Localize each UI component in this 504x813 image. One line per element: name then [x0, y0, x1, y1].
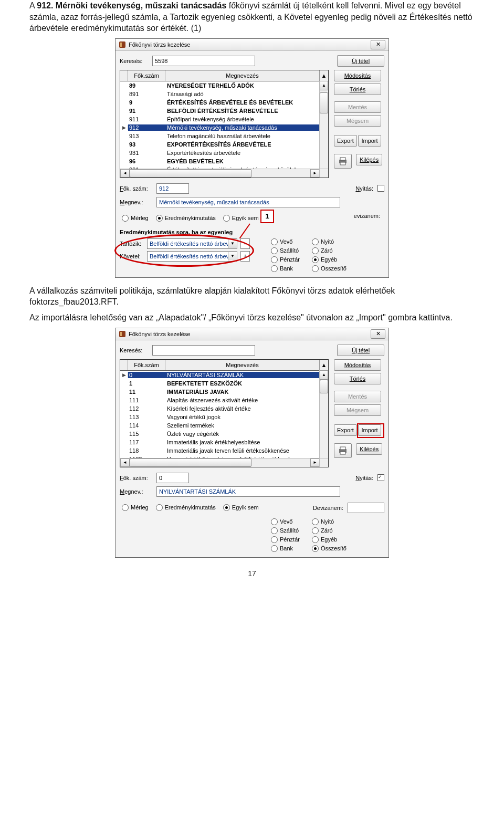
- scroll-up-button[interactable]: ▲: [320, 81, 328, 90]
- radio-nyito[interactable]: Nyitó: [312, 238, 353, 245]
- scroll-up-icon[interactable]: ▲: [320, 360, 328, 370]
- horizontal-scrollbar[interactable]: ◄ ►: [120, 169, 320, 178]
- radio-nyito[interactable]: Nyitó: [312, 518, 353, 525]
- table-row[interactable]: 117Immateriális javak értékhelyesbítése: [120, 438, 328, 446]
- table-row[interactable]: 11IMMATERIÁLIS JAVAK: [120, 388, 328, 396]
- radio-bank[interactable]: Bank: [271, 265, 312, 272]
- vertical-scrollbar[interactable]: ▲: [319, 81, 328, 169]
- kereses-label: Keresés:: [120, 58, 148, 64]
- table-row[interactable]: 93EXPORTÉRTÉKESÍTÉS ÁRBEVÉTELE: [120, 140, 328, 149]
- radio-zaro[interactable]: Záró: [312, 527, 353, 534]
- scroll-up-button[interactable]: ▲: [320, 370, 328, 380]
- nyitas-checkbox[interactable]: [377, 474, 384, 481]
- scroll-right-button[interactable]: ►: [310, 169, 320, 178]
- torles-button[interactable]: Törlés: [334, 373, 381, 384]
- scroll-thumb[interactable]: [320, 92, 328, 113]
- hscroll-thumb[interactable]: [130, 458, 251, 467]
- table-row[interactable]: 111Alapítás-átszervezés aktivált értéke: [120, 396, 328, 404]
- scroll-left-button[interactable]: ◄: [120, 458, 130, 467]
- radio-zaro[interactable]: Záró: [312, 247, 353, 254]
- table-row[interactable]: ▶912Mérnöki tevékenység, műszaki tanácsa…: [120, 123, 328, 132]
- nyitas-label: Nyitás:: [355, 475, 373, 481]
- radio-penztar[interactable]: Pénztár: [271, 256, 312, 263]
- modositas-button[interactable]: Módosítás: [334, 70, 381, 81]
- table-row[interactable]: 931Exportértékesítés árbevétele: [120, 149, 328, 157]
- nyitas-checkbox[interactable]: [377, 185, 384, 192]
- megnev-input[interactable]: NYILVÁNTARTÁSI SZÁMLÁK: [156, 486, 340, 497]
- svg-rect-1: [120, 43, 122, 47]
- scroll-thumb[interactable]: [320, 380, 328, 393]
- megnev-input[interactable]: Mérnöki tevékenység, műszaki tanácsadás: [156, 197, 340, 207]
- close-button[interactable]: ✕: [371, 329, 385, 339]
- fokonyvi-table[interactable]: Fők.szám Megnevezés ▲ 89NYERESÉGET TERHE…: [120, 70, 329, 178]
- uj-tetel-button[interactable]: Új tétel: [337, 55, 384, 67]
- export-button[interactable]: Export: [334, 135, 357, 147]
- print-button[interactable]: [334, 154, 352, 169]
- megnev-label: Megnev.:: [120, 199, 152, 205]
- table-row[interactable]: 891Társasági adó: [120, 90, 328, 98]
- radio-eredmenykimutatas[interactable]: Eredménykimutatás: [156, 215, 216, 222]
- radio-egyeb[interactable]: Egyéb: [312, 536, 353, 543]
- horizontal-scrollbar[interactable]: ◄ ►: [120, 458, 320, 467]
- fokszam-input[interactable]: 912: [156, 183, 189, 194]
- kilepes-button[interactable]: Kilépés: [356, 154, 382, 165]
- paragraph-2: A vállalkozás számviteli politikája, szá…: [29, 285, 475, 308]
- table-row[interactable]: 1BEFEKTETETT ESZKÖZÖK: [120, 379, 328, 388]
- tartozik-select[interactable]: Belföldi értékesítés nettó árbevétele ▼: [147, 238, 237, 249]
- hscroll-thumb[interactable]: [130, 169, 251, 178]
- radio-egyik-sem[interactable]: Egyik sem: [223, 215, 259, 222]
- vertical-scrollbar[interactable]: ▲: [319, 370, 328, 458]
- modositas-button[interactable]: Módosítás: [334, 359, 381, 371]
- scroll-right-button[interactable]: ►: [310, 458, 320, 467]
- radio-egyik-sem[interactable]: Egyik sem: [223, 504, 259, 511]
- col-header-fokszam[interactable]: Fők.szám: [128, 70, 165, 81]
- radio-bank[interactable]: Bank: [271, 545, 312, 552]
- radio-egyeb[interactable]: Egyéb: [312, 256, 353, 263]
- radio-merleg[interactable]: Mérleg: [122, 504, 149, 511]
- uj-tetel-button[interactable]: Új tétel: [337, 345, 384, 356]
- devizanem-input[interactable]: [348, 503, 384, 513]
- export-button[interactable]: Export: [334, 424, 357, 436]
- kereses-input[interactable]: 5598: [152, 56, 255, 66]
- paragraph-3: Az importálásra lehetőség van az „Alapad…: [29, 312, 475, 324]
- table-row[interactable]: ▶0NYILVÁNTARTÁSI SZÁMLÁK: [120, 371, 328, 379]
- radio-vevo[interactable]: Vevő: [271, 518, 312, 525]
- radio-vevo[interactable]: Vevő: [271, 238, 312, 245]
- dialog-titlebar[interactable]: Főkönyvi törzs kezelése ✕: [116, 328, 388, 340]
- radio-osszesito[interactable]: Összesítő: [312, 545, 353, 552]
- radio-szallito[interactable]: Szállító: [271, 527, 312, 534]
- radio-merleg[interactable]: Mérleg: [122, 215, 149, 222]
- print-button[interactable]: [334, 443, 352, 458]
- table-row[interactable]: 115Üzleti vagy cégérték: [120, 430, 328, 438]
- kilepes-button[interactable]: Kilépés: [356, 443, 382, 455]
- close-button[interactable]: ✕: [371, 40, 385, 49]
- col-header-megnevezes[interactable]: Megnevezés: [165, 360, 320, 370]
- import-button[interactable]: Import: [358, 135, 381, 147]
- table-row[interactable]: 91BELFÖLDI ÉRTÉKESÍTÉS ÁRBEVÉTELE: [120, 107, 328, 115]
- table-row[interactable]: 118Immateriális javak terven felüli érté…: [120, 446, 328, 455]
- radio-penztar[interactable]: Pénztár: [271, 536, 312, 543]
- fokonyvi-table[interactable]: Fők.szám Megnevezés ▲ ▶0NYILVÁNTARTÁSI S…: [120, 359, 329, 467]
- torles-button[interactable]: Törlés: [334, 84, 381, 95]
- devizanem-label: evizanem:: [354, 213, 380, 219]
- dialog-titlebar[interactable]: Főkönyvi törzs kezelése ✕: [116, 39, 388, 51]
- radio-osszesito[interactable]: Összesítő: [312, 265, 353, 272]
- table-row[interactable]: 89NYERESÉGET TERHELŐ ADÓK: [120, 81, 328, 90]
- kovetel-select[interactable]: Belföldi értékesítés nettó árbevétele ▼: [147, 251, 237, 262]
- table-row[interactable]: 112Kísérleti fejlesztés aktivált értéke: [120, 404, 328, 413]
- kereses-input[interactable]: [152, 345, 255, 356]
- fokszam-input[interactable]: 0: [156, 473, 189, 483]
- scroll-left-button[interactable]: ◄: [120, 169, 130, 178]
- table-row[interactable]: 113Vagyoni értékű jogok: [120, 413, 328, 421]
- table-row[interactable]: 913Telefon magáncélú használat árbevétel…: [120, 132, 328, 140]
- col-header-megnevezes[interactable]: Megnevezés: [165, 70, 320, 81]
- table-row[interactable]: 911Építőipari tevékenység árbevétele: [120, 115, 328, 123]
- import-button[interactable]: Import: [358, 424, 381, 436]
- radio-eredmenykimutatas[interactable]: Eredménykimutatás: [156, 504, 216, 511]
- radio-szallito[interactable]: Szállító: [271, 247, 312, 254]
- scroll-up-icon[interactable]: ▲: [320, 70, 328, 81]
- table-row[interactable]: 114Szellemi termékek: [120, 421, 328, 430]
- table-row[interactable]: 9ÉRTÉKESÍTÉS ÁRBEVÉTELE ÉS BEVÉTELEK: [120, 98, 328, 107]
- table-row[interactable]: 96EGYÉB BEVÉTELEK: [120, 157, 328, 165]
- col-header-fokszam[interactable]: Fők.szám: [128, 360, 165, 370]
